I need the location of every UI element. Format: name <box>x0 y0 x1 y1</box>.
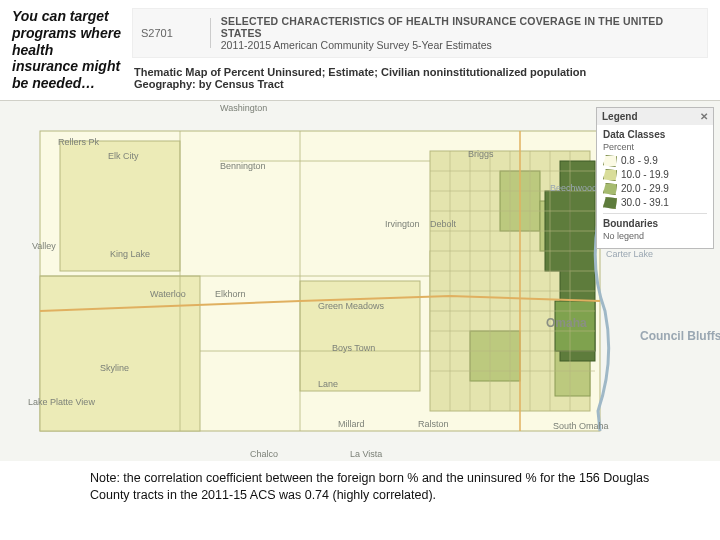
table-header-bar: S2701 SELECTED CHARACTERISTICS OF HEALTH… <box>132 8 708 58</box>
legend-range: 20.0 - 29.9 <box>621 183 669 194</box>
legend-body: Data Classes Percent 0.8 - 9.9 10.0 - 19… <box>597 125 713 248</box>
header-block: S2701 SELECTED CHARACTERISTICS OF HEALTH… <box>132 8 708 92</box>
table-title-wrap: SELECTED CHARACTERISTICS OF HEALTH INSUR… <box>221 15 699 51</box>
svg-rect-2 <box>60 141 180 271</box>
table-subtitle: 2011-2015 American Community Survey 5-Ye… <box>221 39 699 51</box>
legend-header: Legend ✕ <box>597 108 713 125</box>
legend-range: 0.8 - 9.9 <box>621 155 658 166</box>
legend-swatch <box>603 169 617 181</box>
boundaries-title: Boundaries <box>603 218 707 229</box>
legend-item: 0.8 - 9.9 <box>603 155 707 167</box>
footnote: Note: the correlation coefficient betwee… <box>0 460 720 504</box>
legend-sublabel: Percent <box>603 142 707 152</box>
close-icon[interactable]: ✕ <box>700 111 708 122</box>
legend-swatch <box>603 155 617 167</box>
legend-panel: Legend ✕ Data Classes Percent 0.8 - 9.9 … <box>596 107 714 249</box>
svg-rect-3 <box>40 276 200 431</box>
legend-swatch <box>603 183 617 195</box>
legend-boundaries: Boundaries No legend <box>603 213 707 241</box>
map-desc-line1: Thematic Map of Percent Uninsured; Estim… <box>134 66 708 78</box>
table-title: SELECTED CHARACTERISTICS OF HEALTH INSUR… <box>221 15 699 39</box>
map-desc-line2: Geography: by Census Tract <box>134 78 708 90</box>
top-section: You can target programs where health ins… <box>0 0 720 96</box>
legend-range: 10.0 - 19.9 <box>621 169 669 180</box>
map-description: Thematic Map of Percent Uninsured; Estim… <box>132 66 708 90</box>
legend-item: 30.0 - 39.1 <box>603 197 707 209</box>
legend-title: Legend <box>602 111 638 122</box>
callout-text: You can target programs where health ins… <box>12 8 122 92</box>
legend-subtitle: Data Classes <box>603 129 707 140</box>
legend-item: 10.0 - 19.9 <box>603 169 707 181</box>
legend-item: 20.0 - 29.9 <box>603 183 707 195</box>
boundaries-note: No legend <box>603 231 707 241</box>
divider <box>210 18 211 48</box>
map-area[interactable]: Washington Rellers Pk Elk City Benningto… <box>0 100 720 460</box>
svg-rect-13 <box>555 301 595 351</box>
table-id: S2701 <box>141 27 210 39</box>
slide: You can target programs where health ins… <box>0 0 720 540</box>
svg-rect-9 <box>470 331 520 381</box>
legend-range: 30.0 - 39.1 <box>621 197 669 208</box>
legend-swatch <box>603 197 617 209</box>
